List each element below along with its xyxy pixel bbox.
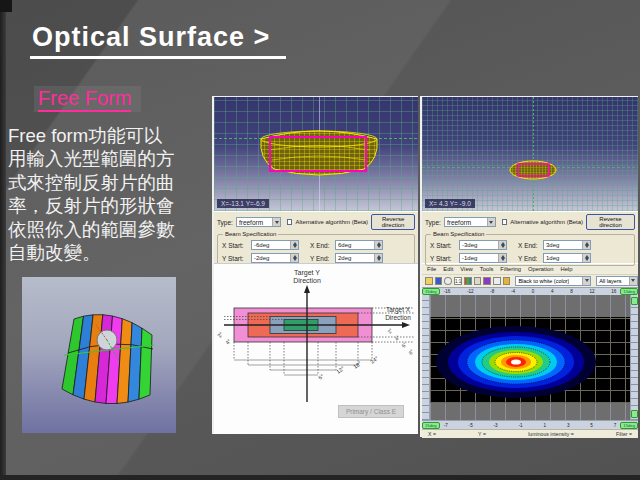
intensity-field[interactable]	[430, 317, 630, 403]
wireframe-view-right[interactable]: X= 4.3 Y= -9.0	[422, 97, 638, 211]
angle-label-right-2: 2°	[386, 327, 394, 335]
lamp-icon[interactable]	[503, 277, 511, 285]
range-chip-left[interactable]: 15deg	[422, 422, 440, 429]
angle-label-right-4: 4°	[393, 334, 401, 342]
scroll-chip-top[interactable]	[631, 297, 638, 305]
dropdown-arrow-icon[interactable]	[582, 277, 590, 285]
y-start-spinner[interactable]	[290, 254, 298, 262]
ruler-tick: 16	[611, 289, 616, 294]
actual-size-icon[interactable]: 1:1	[454, 277, 462, 285]
colormap-value: Black to white (color)	[516, 278, 569, 284]
ruler-tick: 4	[551, 289, 554, 294]
status-bar: X = Y = luminous intensity = Filter =	[422, 429, 638, 438]
dropdown-arrow-icon[interactable]	[487, 218, 495, 226]
save-icon[interactable]	[435, 277, 443, 285]
y-end-input[interactable]: 1deg	[543, 253, 591, 263]
target-x-label-line2: Direction	[385, 314, 411, 321]
left-ruler	[422, 295, 430, 420]
target-y-label-line2: Direction	[293, 277, 321, 284]
menu-filtering[interactable]: Filtering	[500, 266, 521, 272]
reverse-direction-button[interactable]: Reverse direction	[371, 214, 415, 230]
beam-specification-legend: Beam Specification	[223, 231, 278, 237]
wireframe-view-left[interactable]: X=-13.1 Y=-6.9	[214, 97, 418, 211]
colormap-select[interactable]: Black to white (color)	[515, 276, 591, 286]
freeform-tag-text: Free Form	[38, 87, 131, 112]
menu-help[interactable]: Help	[560, 266, 572, 272]
bottom-ruler-ticks: -7 -5 -3 -1 1 3 5 7	[440, 423, 621, 428]
x-end-input[interactable]: 3deg	[543, 240, 591, 250]
y-end-input[interactable]: 2deg	[335, 253, 383, 263]
menu-tools[interactable]: Tools	[480, 266, 494, 272]
beam-specification-group: Beam Specification X Start: -3deg X End:…	[425, 234, 635, 266]
angle-label-6: 6°	[317, 373, 325, 381]
type-select-value: freeform	[237, 219, 263, 226]
x-end-value: 3deg	[544, 242, 559, 248]
photometry-window: File Edit View Tools Filtering Operation…	[422, 263, 638, 438]
x-start-label: X Start:	[430, 242, 456, 249]
x-start-input[interactable]: -6deg	[251, 240, 299, 250]
primary-class-button[interactable]: Primary / Class E	[338, 405, 404, 418]
layers-value: All layers	[597, 278, 621, 284]
alt-algorithm-checkbox[interactable]	[502, 219, 507, 225]
copy-icon[interactable]	[474, 277, 482, 285]
menu-edit[interactable]: Edit	[443, 266, 453, 272]
range-chip-right[interactable]: 15deg	[620, 288, 638, 295]
reverse-direction-button[interactable]: Reverse direction	[586, 214, 635, 230]
layers-icon[interactable]	[483, 277, 491, 285]
type-select-value: freeform	[445, 219, 471, 226]
ruler-tick: -16	[444, 289, 451, 294]
type-select[interactable]: freeform	[236, 217, 282, 227]
y-start-input[interactable]: -1deg	[459, 253, 507, 263]
range-chip-left[interactable]: 15deg	[422, 288, 440, 295]
x-end-input[interactable]: 6deg	[335, 240, 383, 250]
curve-icon[interactable]	[493, 277, 501, 285]
y-start-label: Y Start:	[430, 255, 456, 262]
dropdown-arrow-icon[interactable]	[629, 277, 637, 285]
layers-select[interactable]: All layers	[596, 276, 638, 286]
y-end-spinner[interactable]	[582, 254, 590, 262]
x-start-value: -3deg	[460, 242, 477, 248]
x-start-input[interactable]: -3deg	[459, 240, 507, 250]
dropdown-arrow-icon[interactable]	[272, 218, 280, 226]
cursor-position-readout: X= 4.3 Y= -9.0	[425, 199, 475, 208]
palette-icon[interactable]	[464, 277, 472, 285]
open-icon[interactable]	[425, 277, 433, 285]
intensity-plot[interactable]	[430, 295, 630, 420]
striped-surface-graphic	[22, 277, 176, 433]
menu-operation[interactable]: Operation	[528, 266, 553, 272]
top-ruler: 15deg -16 -12 -8 -4 0 4 8 12 16 15deg	[422, 287, 638, 296]
angle-label-right-8: 8°	[407, 348, 415, 356]
toolbar: 1:1 Black to white (color) All layers	[422, 274, 638, 287]
y-start-spinner[interactable]	[498, 254, 506, 262]
type-label: Type:	[425, 219, 441, 226]
x-start-spinner[interactable]	[498, 241, 506, 249]
alt-algorithm-checkbox[interactable]	[287, 219, 292, 225]
x-end-spinner[interactable]	[582, 241, 590, 249]
x-start-spinner[interactable]	[290, 241, 298, 249]
type-select[interactable]: freeform	[444, 217, 496, 227]
y-end-spinner[interactable]	[374, 254, 382, 262]
status-y: Y =	[478, 431, 486, 437]
menu-file[interactable]: File	[427, 266, 436, 272]
x-end-value: 6deg	[336, 242, 351, 248]
range-chip-right[interactable]: 15deg	[620, 422, 638, 429]
x-start-value: -6deg	[252, 242, 269, 248]
plot-margin-top	[430, 295, 630, 317]
ruler-tick: 1	[543, 423, 546, 428]
status-intensity: luminous intensity =	[528, 431, 574, 437]
menu-view[interactable]: View	[460, 266, 472, 272]
slide-corner-mark	[0, 0, 12, 12]
beam-specification-legend: Beam Specification	[431, 231, 486, 237]
scroll-chip-bottom[interactable]	[631, 410, 638, 418]
angle-label-left-4: 4°	[224, 338, 232, 346]
x-end-label: X End:	[518, 242, 540, 249]
intensity-blob	[430, 317, 630, 403]
top-ruler-ticks: -16 -12 -8 -4 0 4 8 12 16	[440, 289, 621, 294]
x-end-spinner[interactable]	[374, 241, 382, 249]
ruler-tick: -12	[467, 289, 474, 294]
freeform-settings-right: Type: freeform Alternative algorithm (Be…	[422, 211, 638, 263]
y-start-input[interactable]: -2deg	[251, 253, 299, 263]
angle-label-18: 18°	[352, 360, 362, 370]
zoom-icon[interactable]	[444, 277, 452, 285]
ruler-tick: 8	[570, 289, 573, 294]
